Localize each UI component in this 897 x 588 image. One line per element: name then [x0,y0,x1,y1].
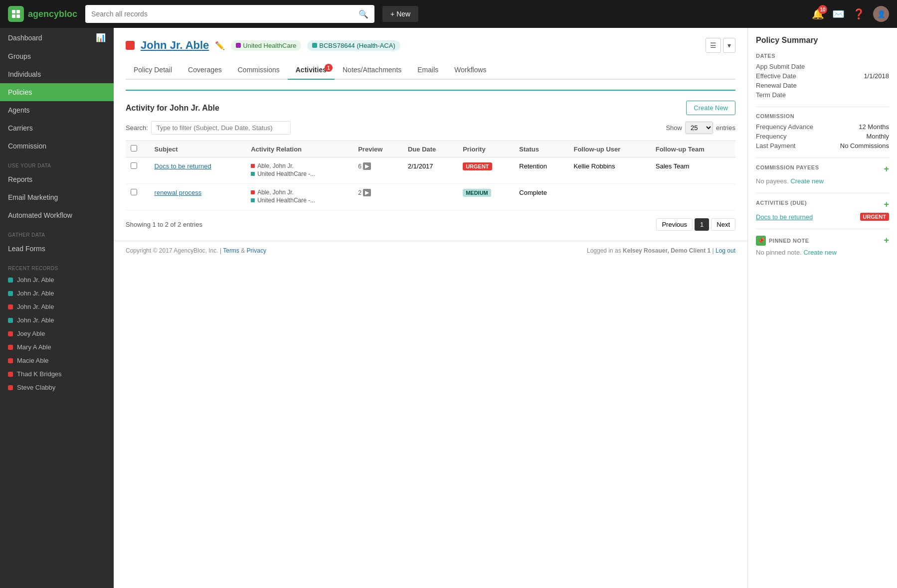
recent-record-item[interactable]: John Jr. Able [0,300,114,313]
recent-record-item[interactable]: Steve Clabby [0,381,114,394]
tab-emails[interactable]: Emails [409,61,446,80]
nav-icons: 🔔 10 ✉️ ❓ 👤 [812,6,889,22]
select-all-checkbox[interactable] [131,145,137,151]
recent-record-dot [8,372,13,377]
recent-record-item[interactable]: John Jr. Able [0,287,114,300]
tab-coverages[interactable]: Coverages [180,61,230,80]
policy-person-name[interactable]: John Jr. Able [141,39,209,52]
tab-activities[interactable]: Activities1 [288,61,335,80]
no-payees-text: No payees. [756,177,789,185]
table-header-3: Preview [353,141,403,157]
subject-link[interactable]: renewal process [155,189,202,196]
frequency-advance-value: 12 Months [859,123,889,131]
table-header-0 [126,141,150,157]
frequency-advance-label: Frequency Advance [756,123,813,131]
new-button[interactable]: + New [382,6,418,22]
terms-link[interactable]: Terms [223,247,239,254]
recent-record-dot [8,291,13,296]
add-activity-icon[interactable]: + [884,199,889,210]
mail-icon-wrapper[interactable]: ✉️ [832,8,845,20]
dropdown-btn[interactable]: ▾ [723,38,735,53]
recent-record-dot [8,358,13,363]
relation-cell: Able, John Jr.United HealthCare -... [246,184,353,210]
recent-record-item[interactable]: Thad K Bridges [0,367,114,381]
edit-icon[interactable]: ✏️ [215,41,225,50]
prev-page-btn[interactable]: Previous [656,218,693,231]
sidebar-item-email-marketing[interactable]: Email Marketing [0,188,114,206]
recent-record-item[interactable]: John Jr. Able [0,273,114,287]
create-payee-link[interactable]: Create new [790,177,823,185]
mail-icon: ✉️ [832,8,845,19]
recent-record-item[interactable]: Macie Able [0,354,114,367]
activity-table: SubjectActivity RelationPreviewDue DateP… [126,141,735,210]
create-note-link[interactable]: Create new [803,249,836,256]
row-checkbox[interactable] [131,162,137,169]
logo[interactable]: agencybloc [8,6,77,22]
activity-section-header: Activity for John Jr. Able Create New [126,101,735,115]
privacy-link[interactable]: Privacy [247,247,266,254]
sidebar-label-dashboard: Dashboard [8,34,42,42]
help-icon-wrapper[interactable]: ❓ [853,8,865,20]
sidebar-item-automated-workflow[interactable]: Automated Workflow [0,206,114,224]
recent-record-item[interactable]: John Jr. Able [0,313,114,327]
row-checkbox[interactable] [131,189,137,195]
create-new-button[interactable]: Create New [686,101,735,115]
sidebar-item-individuals[interactable]: Individuals [0,65,114,83]
preview-arrow[interactable]: ▶ [363,162,371,170]
effective-date-row: Effective Date 1/1/2018 [756,72,889,80]
next-page-btn[interactable]: Next [711,218,735,231]
entries-select[interactable]: 25 50 100 [685,122,713,134]
activities-due-section: ACTIVITIES (DUE) + Docs to be returned U… [756,199,889,221]
recent-record-item[interactable]: Mary A Able [0,340,114,354]
sidebar-item-reports[interactable]: Reports [0,170,114,188]
sidebar-item-carriers[interactable]: Carriers [0,119,114,137]
subject-link[interactable]: Docs to be returned [155,162,211,170]
sidebar-item-policies[interactable]: Policies [0,83,114,101]
carrier-name: United HealthCare [243,42,296,49]
table-row: renewal processAble, John Jr.United Heal… [126,184,735,210]
sidebar-label-policies: Policies [8,88,32,96]
activity-section-title: Activity for John Jr. Able [126,104,219,113]
table-header-1: Subject [150,141,246,157]
table-row: Docs to be returnedAble, John Jr.United … [126,157,735,184]
activities-due-link[interactable]: Docs to be returned [756,213,813,221]
panel-divider-3 [756,193,889,193]
search-input[interactable] [91,10,355,18]
sidebar-item-groups[interactable]: Groups [0,47,114,65]
policy-tag: BCBS78644 (Health-ACA) [307,40,400,51]
preview-arrow[interactable]: ▶ [363,189,371,196]
logout-link[interactable]: Log out [716,247,735,254]
sidebar-item-agents[interactable]: Agents [0,101,114,119]
sidebar-item-commission[interactable]: Commission [0,137,114,155]
add-payee-icon[interactable]: + [884,164,889,174]
activities-due-header: ACTIVITIES (DUE) + [756,199,889,210]
search-label: Search: [126,124,148,132]
tab-commissions[interactable]: Commissions [230,61,288,80]
view-toggle-btn[interactable]: ☰ [706,38,721,53]
notifications-icon-wrapper[interactable]: 🔔 10 [812,8,824,20]
sidebar-item-lead-forms[interactable]: Lead Forms [0,240,114,258]
activity-filter-input[interactable] [151,121,291,135]
relation-item: Able, John Jr. [251,162,348,169]
search-bar[interactable]: 🔍 [85,5,374,23]
preview-cell: 6▶ [353,157,403,184]
activity-search-row: Search: Show 25 50 100 entries [126,121,735,135]
copyright-text: Copyright © 2017 AgencyBloc, Inc. | [126,247,221,254]
sidebar-item-dashboard[interactable]: Dashboard 📊 [0,28,114,47]
policy-id: BCBS78644 (Health-ACA) [319,42,395,49]
tab-workflows[interactable]: Workflows [446,61,494,80]
green-divider [126,90,735,91]
show-label: Show [666,124,682,132]
carrier-tag[interactable]: United HealthCare [231,40,301,51]
status-cell: Retention [514,157,568,184]
tab-policy-detail[interactable]: Policy Detail [126,61,180,80]
logo-icon [8,6,24,22]
recent-record-dot [8,304,13,309]
recent-record-item[interactable]: Joey Able [0,327,114,340]
dates-section: DATES App Submit Date Effective Date 1/1… [756,53,889,99]
tab-notes-attachments[interactable]: Notes/Attachments [335,61,409,80]
add-note-icon[interactable]: + [884,235,889,246]
current-page-btn[interactable]: 1 [695,218,709,231]
avatar[interactable]: 👤 [873,6,889,22]
search-icon[interactable]: 🔍 [359,9,368,19]
